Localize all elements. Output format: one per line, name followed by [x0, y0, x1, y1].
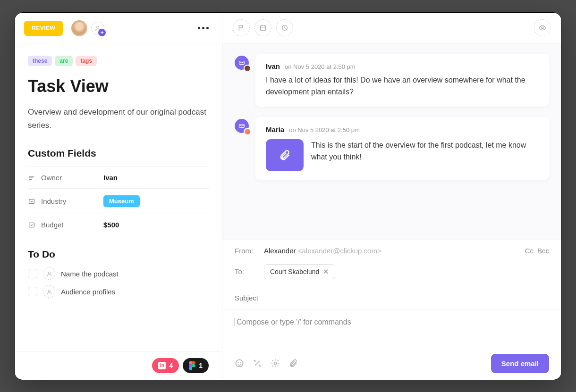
left-footer: in 4 1 [15, 351, 222, 380]
comment-bubble[interactable]: Ivan on Nov 5 2020 at 2:50 pm I have a l… [255, 54, 549, 107]
svg-point-6 [48, 272, 50, 274]
more-menu-button[interactable] [194, 23, 212, 33]
status-badge[interactable]: REVIEW [24, 21, 63, 36]
ai-button[interactable] [253, 359, 262, 368]
assign-todo-button[interactable] [43, 267, 55, 280]
person-icon [46, 289, 52, 295]
field-row-industry[interactable]: Industry Museum [28, 188, 209, 214]
comment-avatar[interactable] [235, 56, 249, 70]
comment-meta: on Nov 5 2020 at 2:50 pm [289, 126, 360, 133]
priority-button[interactable] [233, 19, 250, 36]
comment-meta: on Nov 5 2020 at 2:50 pm [285, 63, 356, 70]
comments-feed[interactable]: Ivan on Nov 5 2020 at 2:50 pm I have a l… [222, 43, 561, 240]
dropdown-field-icon [28, 221, 35, 229]
todo-heading: To Do [28, 249, 209, 260]
user-mini-avatar [244, 128, 251, 135]
field-value: $500 [103, 221, 119, 229]
field-value-chip: Museum [103, 195, 140, 207]
comment-avatar[interactable] [235, 119, 249, 133]
figma-pill[interactable]: 1 [183, 358, 209, 373]
to-label: To: [235, 267, 255, 275]
flag-icon [237, 24, 245, 32]
checkbox[interactable] [28, 269, 37, 278]
task-modal: REVIEW + these are tags Task View Overvi… [14, 12, 562, 380]
todo-text: Name the podcast [61, 270, 119, 278]
left-panel: REVIEW + these are tags Task View Overvi… [15, 13, 222, 380]
dot-icon [202, 27, 204, 29]
assign-todo-button[interactable] [43, 285, 55, 298]
settings-button[interactable] [271, 359, 280, 368]
attachment-thumbnail[interactable] [266, 139, 304, 171]
subject-input[interactable] [235, 294, 549, 302]
field-row-budget[interactable]: Budget $500 [28, 214, 209, 235]
svg-point-16 [236, 360, 243, 367]
svg-point-7 [48, 290, 50, 292]
invision-count: 4 [169, 362, 173, 369]
add-assignee-button[interactable]: + [91, 22, 104, 35]
emoji-button[interactable] [235, 359, 244, 368]
from-label: From: [235, 247, 255, 255]
todo-item[interactable]: Audience profiles [28, 285, 209, 298]
custom-fields-section: Custom Fields Owner Ivan Industry Museum… [28, 148, 209, 235]
figma-count: 1 [199, 362, 203, 369]
attach-button[interactable] [288, 359, 298, 368]
mail-icon [238, 123, 245, 129]
date-button[interactable] [254, 19, 271, 36]
right-panel: Ivan on Nov 5 2020 at 2:50 pm I have a l… [222, 13, 561, 380]
svg-point-18 [240, 362, 241, 363]
comment-author: Ivan [266, 62, 280, 70]
compose-body[interactable]: Compose or type '/' for commands [222, 309, 561, 347]
task-description[interactable]: Overview and development of our original… [28, 106, 209, 133]
compose-footer: Send email [222, 347, 561, 380]
compose-placeholder: Compose or type '/' for commands [237, 318, 351, 326]
paperclip-icon [279, 149, 291, 161]
svg-rect-8 [261, 25, 266, 31]
svg-point-20 [260, 366, 261, 367]
comment-body: I have a lot of ideas for this! Do we ha… [266, 74, 539, 98]
right-header [222, 13, 561, 43]
comment: Maria on Nov 5 2020 at 2:50 pm This is t… [235, 117, 549, 180]
from-email: <alexander@clickup.com> [298, 247, 381, 255]
email-compose: From: Alexander <alexander@clickup.com> … [222, 240, 561, 380]
tag[interactable]: these [28, 56, 52, 66]
bcc-button[interactable]: Bcc [537, 247, 549, 255]
cc-button[interactable]: Cc [525, 247, 534, 255]
invision-pill[interactable]: in 4 [152, 358, 179, 373]
field-label: Industry [41, 197, 98, 205]
custom-fields-heading: Custom Fields [28, 148, 209, 159]
to-row[interactable]: To: Court Skabelund ✕ [222, 261, 561, 287]
from-name: Alexander [264, 247, 296, 255]
tag[interactable]: are [55, 56, 73, 66]
recipient-chip[interactable]: Court Skabelund ✕ [264, 264, 335, 279]
assignee-avatar[interactable] [71, 20, 87, 36]
person-icon [46, 271, 52, 277]
todo-section: To Do Name the podcast Aud [28, 249, 209, 298]
tag[interactable]: tags [76, 56, 97, 66]
todo-text: Audience profiles [61, 288, 115, 296]
calendar-icon [259, 24, 267, 32]
user-mini-avatar [244, 65, 251, 72]
field-label: Budget [41, 221, 98, 229]
comment-author: Maria [266, 125, 284, 133]
task-title[interactable]: Task View [28, 76, 209, 96]
text-field-icon [28, 174, 35, 182]
clock-icon [281, 24, 288, 32]
time-button[interactable] [276, 19, 293, 36]
recipient-name: Court Skabelund [270, 268, 319, 275]
todo-item[interactable]: Name the podcast [28, 267, 209, 280]
comment-bubble[interactable]: Maria on Nov 5 2020 at 2:50 pm This is t… [255, 117, 549, 180]
send-email-button[interactable]: Send email [491, 354, 549, 373]
comment: Ivan on Nov 5 2020 at 2:50 pm I have a l… [235, 54, 549, 107]
comment-body: This is the start of the overview for th… [311, 139, 539, 163]
field-row-owner[interactable]: Owner Ivan [28, 167, 209, 188]
svg-point-21 [274, 362, 277, 365]
from-row: From: Alexander <alexander@clickup.com> … [222, 240, 561, 261]
subject-row[interactable] [222, 287, 561, 309]
svg-rect-5 [29, 223, 34, 227]
watchers-button[interactable] [534, 19, 551, 36]
remove-recipient-icon[interactable]: ✕ [323, 267, 329, 276]
checkbox[interactable] [28, 287, 37, 296]
tag-list: these are tags [28, 56, 209, 66]
svg-point-13 [542, 27, 543, 29]
svg-rect-4 [29, 199, 34, 203]
